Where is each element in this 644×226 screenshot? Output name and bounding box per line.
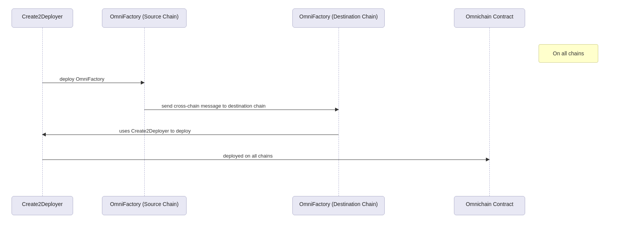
arrow-deploy-omnifactory [42, 83, 144, 83]
note-on-all-chains: On all chains [539, 44, 598, 63]
arrow-deployed-all-chains [42, 160, 489, 160]
lifeline-omnichain-contract [489, 28, 490, 196]
lifeline-omnifactory-dst [339, 28, 339, 196]
label-uses-create2deployer: uses Create2Deployer to deploy [119, 128, 191, 134]
actor-omnichain-contract-bottom: Omnichain Contract [454, 196, 525, 215]
actor-omnifactory-dst-bottom: OmniFactory (Destination Chain) [292, 196, 385, 215]
arrow-uses-create2deployer [42, 135, 339, 135]
arrow-send-crosschain [144, 110, 339, 110]
label-deployed-all-chains: deployed on all chains [223, 153, 273, 159]
label-send-crosschain: send cross-chain message to destination … [162, 103, 265, 109]
actor-omnifactory-dst-top: OmniFactory (Destination Chain) [292, 8, 385, 28]
label-deploy-omnifactory: deploy OmniFactory [60, 76, 104, 82]
actor-create2deployer-top: Create2Deployer [12, 8, 73, 28]
lifeline-omnifactory-src [144, 28, 145, 196]
actor-omnifactory-src-top: OmniFactory (Source Chain) [102, 8, 187, 28]
actor-create2deployer-bottom: Create2Deployer [12, 196, 73, 215]
sequence-diagram: Create2Deployer OmniFactory (Source Chai… [0, 0, 644, 226]
lifeline-create2deployer [42, 28, 43, 196]
actor-omnifactory-src-bottom: OmniFactory (Source Chain) [102, 196, 187, 215]
actor-omnichain-contract-top: Omnichain Contract [454, 8, 525, 28]
